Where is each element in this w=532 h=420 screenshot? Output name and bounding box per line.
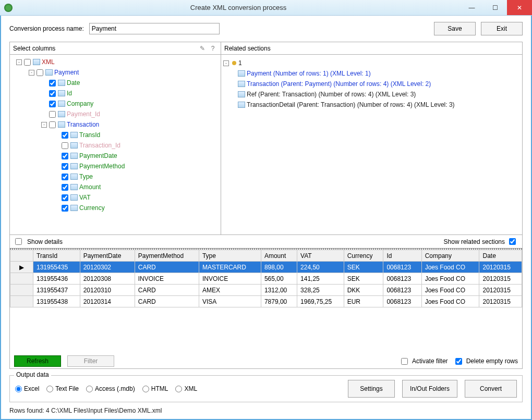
table-row[interactable]: ▶13195543520120302CARDMASTERCARD898,0022… (10, 262, 522, 273)
row-selector[interactable] (10, 285, 33, 296)
column-header[interactable]: Currency (344, 250, 383, 262)
output-radio[interactable]: HTML (142, 385, 168, 392)
tree-expander-icon[interactable]: - (223, 60, 229, 66)
table-cell[interactable]: 898,00 (261, 262, 297, 273)
wand-icon[interactable]: ✎ (198, 44, 207, 53)
table-cell[interactable]: CARD (135, 262, 199, 273)
tree-checkbox[interactable] (62, 205, 68, 212)
exit-button[interactable]: Exit (481, 22, 523, 35)
table-cell[interactable]: 565,00 (261, 273, 297, 285)
table-cell[interactable]: SEK (344, 262, 383, 273)
table-cell[interactable]: 20120315 (479, 285, 522, 296)
minimize-button[interactable]: — (460, 0, 483, 15)
related-root[interactable]: -1 (223, 58, 520, 68)
column-header[interactable]: TransId (33, 250, 80, 262)
table-cell[interactable]: 0068123 (383, 262, 421, 273)
tree-checkbox[interactable] (62, 174, 68, 180)
tree-node[interactable]: Currency (11, 203, 220, 213)
row-selector[interactable] (10, 273, 33, 285)
table-cell[interactable]: 131955436 (33, 273, 80, 285)
tree-node[interactable]: Transaction_Id (11, 140, 220, 151)
activate-filter-checkbox[interactable] (401, 358, 408, 365)
table-cell[interactable]: EUR (344, 296, 383, 307)
tree-checkbox[interactable] (62, 194, 68, 201)
tree-checkbox[interactable] (49, 90, 56, 97)
output-radio[interactable]: Text File (46, 385, 79, 392)
tree-node[interactable]: PaymentDate (11, 151, 220, 161)
column-header[interactable]: PaymentMethod (135, 250, 199, 262)
table-cell[interactable]: Joes Food CO (421, 262, 479, 273)
tree-checkbox[interactable] (37, 69, 43, 76)
tree-node[interactable]: Date (11, 78, 220, 88)
table-cell[interactable]: 0068123 (383, 296, 421, 307)
table-cell[interactable]: 328,25 (297, 285, 344, 296)
tree-checkbox[interactable] (62, 142, 68, 149)
table-cell[interactable]: 20120310 (80, 285, 135, 296)
table-cell[interactable]: 131955437 (33, 285, 80, 296)
process-name-input[interactable] (89, 23, 220, 34)
table-cell[interactable]: 0068123 (383, 285, 421, 296)
column-header[interactable]: Id (383, 250, 421, 262)
columns-tree[interactable]: -XML-PaymentDateIdCompanyPayment_Id-Tran… (10, 55, 221, 234)
delete-empty-checkbox[interactable] (455, 358, 462, 365)
tree-checkbox[interactable] (62, 153, 68, 159)
save-button[interactable]: Save (434, 22, 476, 35)
table-cell[interactable]: 20120302 (80, 262, 135, 273)
tree-checkbox[interactable] (49, 121, 56, 128)
tree-node[interactable]: VAT (11, 192, 220, 203)
tree-node[interactable]: Company (11, 98, 220, 109)
table-cell[interactable]: MASTERCARD (199, 262, 261, 273)
table-cell[interactable]: DKK (344, 285, 383, 296)
table-cell[interactable]: 20120315 (479, 273, 522, 285)
output-radio-input[interactable] (175, 386, 182, 392)
related-node[interactable]: TransactionDetail (Parent: Transaction) … (223, 100, 520, 110)
table-row[interactable]: 13195543720120310CARDAMEX1312,00328,25DK… (10, 285, 522, 296)
table-cell[interactable]: 1969,75,25 (297, 296, 344, 307)
table-cell[interactable]: SEK (344, 273, 383, 285)
tree-node[interactable]: -XML (11, 57, 220, 67)
table-cell[interactable]: INVOICE (199, 273, 261, 285)
column-header[interactable]: Amount (261, 250, 297, 262)
tree-checkbox[interactable] (49, 111, 56, 118)
tree-node[interactable]: PaymentMethod (11, 161, 220, 171)
table-cell[interactable]: 7879,00 (261, 296, 297, 307)
tree-node[interactable]: TransId (11, 130, 220, 140)
table-cell[interactable]: Joes Food CO (421, 296, 479, 307)
column-header[interactable]: PaymentDate (80, 250, 135, 262)
related-tree[interactable]: -1Payment (Number of rows: 1) (XML Level… (221, 55, 522, 234)
related-node[interactable]: Transaction (Parent: Payment) (Number of… (223, 79, 520, 89)
table-cell[interactable]: 141,25 (297, 273, 344, 285)
convert-button[interactable]: Convert (465, 380, 517, 398)
table-cell[interactable]: 131955435 (33, 262, 80, 273)
maximize-button[interactable]: ☐ (483, 0, 507, 15)
table-cell[interactable]: CARD (135, 296, 199, 307)
column-header[interactable]: Company (421, 250, 479, 262)
output-radio-input[interactable] (86, 386, 93, 392)
data-table[interactable]: TransIdPaymentDatePaymentMethodTypeAmoun… (10, 250, 522, 307)
output-radio-input[interactable] (142, 386, 149, 392)
tree-node[interactable]: -Transaction (11, 119, 220, 130)
tree-checkbox[interactable] (62, 163, 68, 170)
close-button[interactable]: ✕ (507, 0, 532, 15)
tree-checkbox[interactable] (24, 59, 31, 66)
table-cell[interactable]: Joes Food CO (421, 285, 479, 296)
show-related-checkbox[interactable] (509, 238, 516, 245)
table-cell[interactable]: 20120314 (80, 296, 135, 307)
table-row[interactable]: 13195543620120308INVOICEINVOICE565,00141… (10, 273, 522, 285)
tree-expander-icon[interactable]: - (16, 59, 22, 65)
row-selector[interactable]: ▶ (10, 262, 33, 273)
tree-checkbox[interactable] (62, 184, 68, 191)
tree-checkbox[interactable] (62, 132, 68, 139)
tree-checkbox[interactable] (49, 101, 56, 107)
table-cell[interactable]: 1312,00 (261, 285, 297, 296)
column-header[interactable]: VAT (297, 250, 344, 262)
tree-node[interactable]: -Payment (11, 67, 220, 78)
table-cell[interactable]: Joes Food CO (421, 273, 479, 285)
table-cell[interactable]: 224,50 (297, 262, 344, 273)
filter-button[interactable]: Filter (67, 355, 114, 367)
table-cell[interactable]: 20120315 (479, 262, 522, 273)
output-radio-input[interactable] (46, 386, 53, 392)
refresh-button[interactable]: Refresh (14, 355, 61, 367)
related-node[interactable]: Ref (Parent: Transaction) (Number of row… (223, 89, 520, 100)
tree-node[interactable]: Type (11, 171, 220, 182)
